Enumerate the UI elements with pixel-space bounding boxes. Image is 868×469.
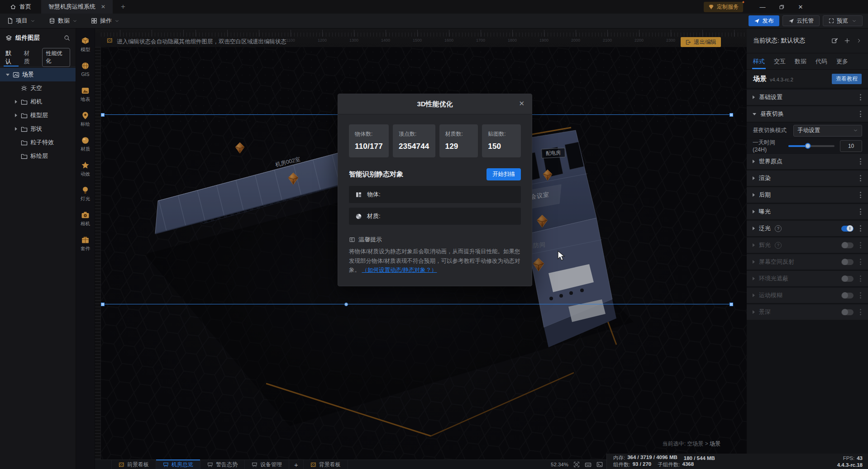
section-2[interactable]: 世界原点 bbox=[747, 154, 868, 169]
project-tab[interactable]: 智慧机房运维系统 ✕ bbox=[41, 0, 113, 14]
inspector-tab-1[interactable]: 交互 bbox=[774, 53, 786, 69]
asset-terrain[interactable]: 地表 bbox=[76, 82, 95, 107]
maximize-button[interactable] bbox=[772, 0, 791, 14]
chevron-right-icon[interactable] bbox=[753, 310, 755, 314]
section-4[interactable]: 后期 bbox=[747, 187, 868, 203]
tree-expander[interactable] bbox=[5, 74, 10, 76]
time-slider[interactable] bbox=[788, 145, 835, 147]
chevron-down-icon[interactable] bbox=[753, 113, 756, 115]
tree-item-5[interactable]: 粒子特效 bbox=[0, 136, 76, 149]
section-5[interactable]: 曝光 bbox=[747, 204, 868, 219]
add-board-button[interactable]: + bbox=[289, 460, 304, 469]
chevron-right-icon[interactable] bbox=[753, 277, 755, 280]
section-6[interactable]: 泛光? bbox=[747, 221, 868, 236]
inspector-tab-0[interactable]: 样式 bbox=[753, 53, 765, 69]
chevron-right-icon[interactable] bbox=[753, 193, 755, 197]
preview-button[interactable]: 预览 bbox=[823, 15, 863, 26]
toggle-off[interactable] bbox=[841, 309, 854, 315]
board-tab-5[interactable]: 背景看板 bbox=[304, 460, 348, 469]
section-0[interactable]: 基础设置 bbox=[747, 90, 868, 105]
more-options-icon[interactable] bbox=[859, 258, 862, 266]
section-9[interactable]: 环境光遮蔽 bbox=[747, 271, 868, 286]
selection-handle[interactable] bbox=[101, 303, 105, 306]
menu-operation[interactable]: 操作 bbox=[84, 14, 126, 28]
more-options-icon[interactable] bbox=[859, 275, 862, 283]
more-options-icon[interactable] bbox=[859, 93, 862, 101]
selection-handle[interactable] bbox=[730, 303, 733, 306]
toggle-off[interactable] bbox=[841, 259, 854, 265]
chevron-right-icon[interactable] bbox=[753, 160, 755, 163]
toggle-on[interactable] bbox=[841, 226, 854, 232]
tab-close-icon[interactable]: ✕ bbox=[101, 4, 105, 10]
more-options-icon[interactable] bbox=[859, 291, 862, 299]
chevron-right-icon[interactable] bbox=[753, 260, 755, 264]
start-scan-button[interactable]: 开始扫描 bbox=[486, 168, 521, 180]
more-options-icon[interactable] bbox=[859, 224, 862, 232]
section-11[interactable]: 景深 bbox=[747, 304, 868, 320]
console-icon[interactable] bbox=[596, 461, 603, 468]
tree-expander[interactable] bbox=[14, 100, 18, 104]
tree-item-6[interactable]: 标绘层 bbox=[0, 149, 76, 163]
exit-edit-button[interactable]: 退出编辑 bbox=[681, 37, 721, 47]
help-icon[interactable]: ? bbox=[775, 225, 782, 232]
more-options-icon[interactable] bbox=[859, 110, 862, 118]
custom-service-badge[interactable]: 定制服务 ✦ bbox=[704, 2, 743, 12]
fit-screen-icon[interactable] bbox=[573, 461, 580, 468]
more-options-icon[interactable] bbox=[859, 308, 862, 316]
chevron-right-icon[interactable] bbox=[753, 210, 755, 213]
selection-handle[interactable] bbox=[101, 113, 105, 117]
tree-item-1[interactable]: 天空 bbox=[0, 81, 76, 95]
minimize-button[interactable]: — bbox=[753, 0, 772, 14]
selection-line-bottom[interactable] bbox=[102, 304, 732, 304]
home-tab[interactable]: 首页 bbox=[0, 0, 41, 14]
more-options-icon[interactable] bbox=[859, 208, 862, 216]
asset-motion[interactable]: 动效 bbox=[76, 157, 95, 182]
asset-gis[interactable]: GIS bbox=[76, 57, 95, 82]
board-tab-0[interactable]: 前景看板 bbox=[111, 460, 156, 469]
section-10[interactable]: 运动模糊 bbox=[747, 288, 868, 303]
inspector-tab-2[interactable]: 数据 bbox=[795, 53, 806, 69]
selection-handle[interactable] bbox=[730, 113, 733, 117]
new-tab-button[interactable]: + bbox=[113, 2, 134, 11]
tutorial-button[interactable]: 查看教程 bbox=[832, 74, 862, 84]
inspector-tab-3[interactable]: 代码 bbox=[816, 53, 827, 69]
time-value-input[interactable]: 10 bbox=[840, 140, 862, 152]
inspector-tab-4[interactable]: 更多 bbox=[836, 53, 848, 69]
menu-data[interactable]: 数据 bbox=[42, 14, 84, 28]
chevron-right-icon[interactable] bbox=[753, 294, 755, 297]
chevron-right-icon[interactable] bbox=[753, 243, 755, 247]
chevron-right-icon[interactable] bbox=[753, 176, 755, 180]
section-3[interactable]: 渲染 bbox=[747, 171, 868, 186]
toggle-off[interactable] bbox=[841, 276, 854, 282]
layer-tab-0[interactable]: 默认 bbox=[5, 48, 17, 66]
asset-materialA[interactable]: 材质 bbox=[76, 132, 95, 157]
section-1[interactable]: 昼夜切换 bbox=[747, 106, 868, 122]
board-tab-2[interactable]: 警告态势 bbox=[200, 460, 245, 469]
more-options-icon[interactable] bbox=[859, 157, 862, 166]
cloud-host-button[interactable]: 云托管 bbox=[782, 15, 820, 26]
board-tab-1[interactable]: 机房总览 bbox=[156, 460, 200, 469]
publish-button[interactable]: 发布 bbox=[749, 15, 779, 26]
tip-link[interactable]: （如何设置动态/静态对象？） bbox=[362, 267, 437, 273]
asset-cameraA[interactable]: 相机 bbox=[76, 207, 95, 232]
chevron-right-icon[interactable] bbox=[856, 38, 862, 43]
layer-tab-1[interactable]: 材质 bbox=[24, 48, 35, 66]
dialog-close-icon[interactable]: ✕ bbox=[519, 99, 525, 108]
mode-select[interactable]: 手动设置 bbox=[793, 125, 862, 137]
performance-optimize-button[interactable]: 性能优化 bbox=[42, 48, 70, 67]
tree-item-3[interactable]: 模型层 bbox=[0, 109, 76, 122]
tree-item-2[interactable]: 相机 bbox=[0, 95, 76, 109]
keyboard-icon[interactable] bbox=[585, 461, 591, 468]
more-options-icon[interactable] bbox=[859, 191, 862, 199]
selection-handle[interactable] bbox=[344, 303, 348, 306]
asset-kitA[interactable]: 套件 bbox=[76, 232, 95, 256]
toggle-off[interactable] bbox=[841, 293, 854, 298]
section-7[interactable]: 辉光? bbox=[747, 237, 868, 253]
section-8[interactable]: 屏幕空间反射 bbox=[747, 254, 868, 270]
more-options-icon[interactable] bbox=[859, 241, 862, 249]
add-state-icon[interactable] bbox=[844, 38, 850, 44]
more-options-icon[interactable] bbox=[859, 174, 862, 182]
tree-expander[interactable] bbox=[14, 114, 18, 117]
asset-plot[interactable]: 标绘 bbox=[76, 107, 95, 132]
help-icon[interactable]: ? bbox=[775, 242, 782, 249]
